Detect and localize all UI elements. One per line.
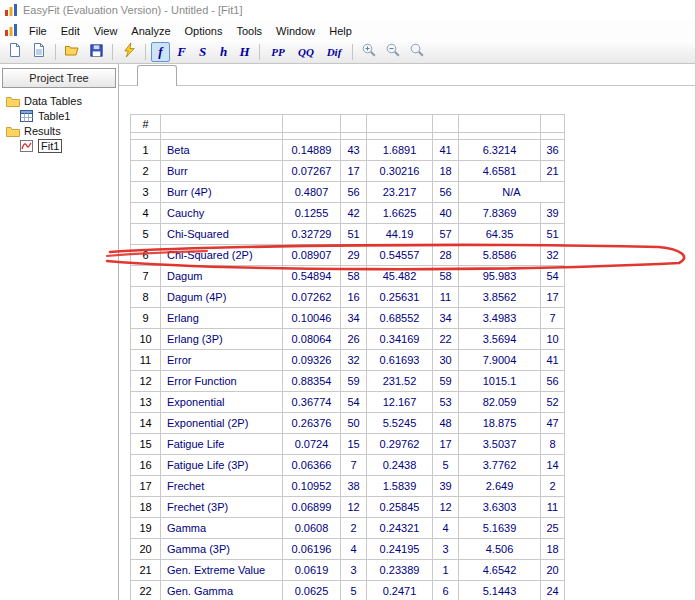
- open-button[interactable]: [61, 42, 83, 62]
- cdf-graph-button[interactable]: F: [172, 42, 191, 62]
- rank-cell: 48: [433, 413, 459, 434]
- menu-analyze[interactable]: Analyze: [124, 23, 177, 39]
- folder-icon: [6, 95, 21, 107]
- table-row[interactable]: 15Fatigue Life0.0724150.29762173.50378: [131, 434, 565, 455]
- qq-plot-button[interactable]: QQ: [293, 42, 319, 62]
- page-top-line: [119, 85, 695, 86]
- distribution-name-cell: Burr (4P): [161, 182, 283, 203]
- distribution-name-cell: Chi-Squared: [161, 224, 283, 245]
- stat-cell: 0.4807: [283, 182, 341, 203]
- rank-cell: 43: [341, 140, 367, 161]
- table-row[interactable]: 17Frechet0.10952381.5839392.6492: [131, 476, 565, 497]
- cum-hazard-graph-button[interactable]: H: [235, 42, 254, 62]
- rank-cell: 50: [341, 413, 367, 434]
- rank-cell: 5: [341, 581, 367, 600]
- distribution-name-cell: Erlang: [161, 308, 283, 329]
- row-number-cell: 19: [131, 518, 161, 539]
- rank-cell: 17: [433, 434, 459, 455]
- stat-cell: 95.983: [459, 266, 541, 287]
- fit-distributions-button[interactable]: [118, 42, 140, 62]
- distribution-name-cell: Fatigue Life: [161, 434, 283, 455]
- table-row[interactable]: 1Beta0.14889431.6891416.321436: [131, 140, 565, 161]
- hazard-graph-button[interactable]: h: [214, 42, 233, 62]
- row-number-cell: 21: [131, 560, 161, 581]
- rank-cell: 59: [341, 371, 367, 392]
- row-number-cell: 5: [131, 224, 161, 245]
- table-row[interactable]: 21Gen. Extreme Value0.061930.2338914.654…: [131, 560, 565, 581]
- table-row[interactable]: 7Dagum0.548945845.4825895.98354: [131, 266, 565, 287]
- rank-cell: 53: [433, 392, 459, 413]
- app-icon: [4, 3, 18, 17]
- row-number-cell: 2: [131, 161, 161, 182]
- new-button[interactable]: [4, 42, 26, 62]
- stat-cell: 0.68552: [367, 308, 433, 329]
- window-title: EasyFit (Evaluation Version) - Untitled …: [23, 4, 242, 16]
- document-window-icon[interactable]: [4, 23, 18, 37]
- table-row[interactable]: 13Exponential0.367745412.1675382.05952: [131, 392, 565, 413]
- lightning-bolt-icon: [122, 42, 137, 61]
- save-button[interactable]: [85, 42, 107, 62]
- table-row[interactable]: 6Chi-Squared (2P)0.08907290.54557285.858…: [131, 245, 565, 266]
- zoom-in-button[interactable]: [358, 42, 380, 62]
- rank-cell: 15: [341, 434, 367, 455]
- distribution-name-cell: Dagum: [161, 266, 283, 287]
- menu-view[interactable]: View: [87, 23, 125, 39]
- graph-tab[interactable]: [137, 65, 177, 86]
- survival-graph-button[interactable]: S: [193, 42, 212, 62]
- new-table-button[interactable]: [28, 42, 50, 62]
- table-row[interactable]: 18Frechet (3P)0.06899120.25845123.630311: [131, 497, 565, 518]
- menu-options[interactable]: Options: [178, 23, 230, 39]
- stat-cell: 0.10046: [283, 308, 341, 329]
- table-row[interactable]: 12Error Function0.8835459231.52591015.15…: [131, 371, 565, 392]
- table-row[interactable]: 3Burr (4P)0.48075623.21756N/A: [131, 182, 565, 203]
- tree-node-results[interactable]: Results: [0, 124, 118, 138]
- row-number-cell: 11: [131, 350, 161, 371]
- stat-cell: 0.0608: [283, 518, 341, 539]
- stat-cell: 1015.1: [459, 371, 541, 392]
- table-row[interactable]: 20Gamma (3P)0.0619640.2419534.50618: [131, 539, 565, 560]
- stat-cell: 0.61693: [367, 350, 433, 371]
- zoom-out-button[interactable]: [382, 42, 404, 62]
- rank-cell: 2: [541, 476, 565, 497]
- menu-help[interactable]: Help: [322, 23, 359, 39]
- row-number-cell: 1: [131, 140, 161, 161]
- rank-cell: 39: [433, 476, 459, 497]
- row-number-cell: 7: [131, 266, 161, 287]
- menu-tools[interactable]: Tools: [229, 23, 269, 39]
- stat-cell: 1.6891: [367, 140, 433, 161]
- table-row[interactable]: 10Erlang (3P)0.08064260.34169223.569410: [131, 329, 565, 350]
- tree-node-table1[interactable]: Table1: [0, 109, 118, 123]
- project-tree: Data TablesTable1ResultsFit1: [0, 94, 118, 153]
- zoom-reset-button[interactable]: [406, 42, 428, 62]
- stat-cell: 0.25845: [367, 497, 433, 518]
- row-number-cell: 9: [131, 308, 161, 329]
- table-row[interactable]: 11Error0.09326320.61693307.900441: [131, 350, 565, 371]
- stat-cell: 0.54557: [367, 245, 433, 266]
- diff-plot-button[interactable]: Dif: [321, 42, 347, 62]
- pp-plot-button[interactable]: PP: [265, 42, 291, 62]
- table-row[interactable]: 19Gamma0.060820.2432145.163925: [131, 518, 565, 539]
- tree-node-fit1[interactable]: Fit1: [0, 139, 118, 153]
- pdf-graph-button[interactable]: f: [151, 42, 170, 62]
- save-floppy-icon: [89, 43, 104, 61]
- menu-file[interactable]: File: [22, 23, 54, 39]
- table-subheader-row: [131, 133, 565, 140]
- tree-node-data-tables[interactable]: Data Tables: [0, 94, 118, 108]
- table-row[interactable]: 8Dagum (4P)0.07262160.25631113.856217: [131, 287, 565, 308]
- stat-cell: 0.1255: [283, 203, 341, 224]
- rank-cell: 32: [541, 245, 565, 266]
- stat-cell: 0.36774: [283, 392, 341, 413]
- table-row[interactable]: 4Cauchy0.1255421.6625407.836939: [131, 203, 565, 224]
- table-row[interactable]: 16Fatigue Life (3P)0.0636670.243853.7762…: [131, 455, 565, 476]
- distribution-name-cell: Gen. Extreme Value: [161, 560, 283, 581]
- distribution-name-cell: Error Function: [161, 371, 283, 392]
- menu-window[interactable]: Window: [269, 23, 322, 39]
- table-row[interactable]: 22Gen. Gamma0.062550.247165.144324: [131, 581, 565, 600]
- table-row[interactable]: 9Erlang0.10046340.68552343.49837: [131, 308, 565, 329]
- table-row[interactable]: 2Burr0.07267170.30216184.658121: [131, 161, 565, 182]
- table-row[interactable]: 14Exponential (2P)0.26376505.52454818.87…: [131, 413, 565, 434]
- rank-cell: 17: [341, 161, 367, 182]
- table-row[interactable]: 5Chi-Squared0.327295144.195764.3551: [131, 224, 565, 245]
- rank-cell: 2: [341, 518, 367, 539]
- menu-edit[interactable]: Edit: [54, 23, 87, 39]
